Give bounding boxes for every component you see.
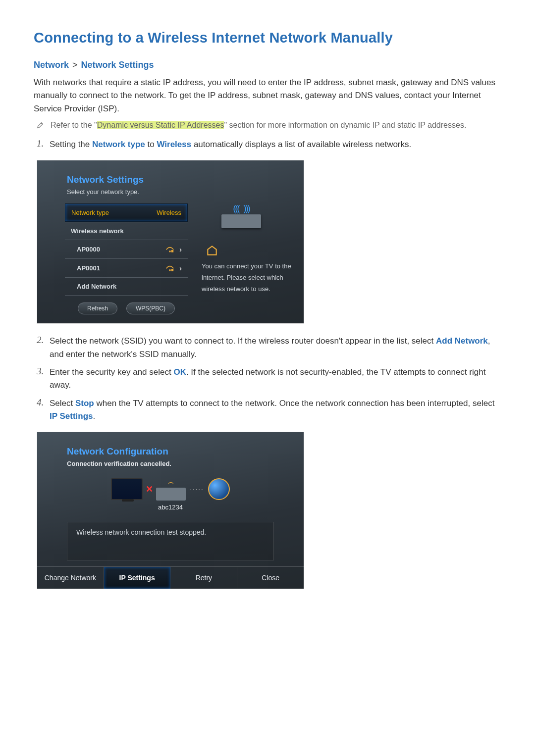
globe-icon (208, 478, 230, 500)
chevron-right-icon: › (179, 264, 182, 272)
svg-rect-3 (171, 269, 173, 271)
kw-stop: Stop (75, 399, 94, 408)
ip-settings-button[interactable]: IP Settings (104, 567, 171, 589)
network-type-label: Network type (71, 209, 109, 216)
breadcrumb-b[interactable]: Network Settings (81, 60, 154, 70)
svg-point-2 (169, 269, 171, 271)
step-4: 4. Select Stop when the TV attempts to c… (37, 397, 501, 423)
wps-pbc-button[interactable]: WPS(PBC) (126, 302, 175, 314)
page-title: Connecting to a Wireless Internet Networ… (34, 30, 501, 46)
network-type-value: Wireless (157, 209, 181, 216)
kw-wireless: Wireless (157, 140, 191, 149)
wireless-network-header: Wireless network (65, 222, 188, 240)
step-3: 3. Enter the security key and select OK.… (37, 366, 501, 392)
svg-point-0 (169, 251, 171, 252)
router-icon (221, 214, 261, 228)
panel2-subtitle: Connection verification cancelled. (67, 460, 274, 467)
panel1-side-text: You can connect your TV to the internet.… (202, 261, 296, 295)
svg-rect-1 (171, 250, 173, 252)
router-icon: ⌢ (156, 477, 186, 501)
kw-ok: OK (173, 367, 186, 377)
note-text: Refer to the "Dynamic versus Static IP A… (51, 119, 466, 131)
panel2-footer: Change Network IP Settings Retry Close (37, 566, 304, 589)
pencil-icon (37, 121, 44, 128)
step-1: 1. Setting the Network type to Wireless … (37, 138, 501, 151)
network-configuration-panel: Network Configuration Connection verific… (37, 432, 304, 589)
status-message: Wireless network connection test stopped… (67, 522, 274, 560)
chevron-right-icon: › (179, 245, 182, 253)
network-item-ap0001[interactable]: AP0001 › (65, 258, 188, 277)
panel1-subtitle: Select your network type. (67, 188, 274, 196)
step-number: 3. (37, 366, 50, 377)
kw-network-type: Network type (92, 140, 145, 149)
tv-icon (111, 478, 143, 500)
panel1-title: Network Settings (67, 174, 274, 185)
refresh-button[interactable]: Refresh (78, 302, 117, 314)
step-number: 4. (37, 397, 50, 408)
wifi-lock-icon (165, 265, 174, 272)
device-icon (206, 244, 218, 260)
wifi-waves-icon: ((( ))) (233, 203, 250, 214)
connection-illustration: ((( ))) (202, 205, 281, 260)
close-button[interactable]: Close (237, 567, 304, 589)
step-number: 1. (37, 138, 50, 149)
breadcrumb-sep: > (72, 60, 78, 70)
note-highlight: Dynamic versus Static IP Addresses (97, 121, 224, 129)
network-settings-panel: Network Settings Select your network typ… (37, 160, 304, 324)
step-number: 2. (37, 335, 50, 346)
step-2: 2. Select the network (SSID) you want to… (37, 335, 501, 361)
panel2-title: Network Configuration (67, 446, 274, 457)
disconnected-icon: ✕ (146, 484, 153, 495)
network-type-row[interactable]: Network type Wireless (65, 203, 188, 222)
intro-text: With networks that require a static IP a… (34, 76, 501, 115)
retry-button[interactable]: Retry (171, 567, 238, 589)
breadcrumb-a[interactable]: Network (34, 60, 69, 70)
network-item-ap0000[interactable]: AP0000 › (65, 240, 188, 258)
kw-ip-settings: IP Settings (50, 411, 93, 421)
note-row: Refer to the "Dynamic versus Static IP A… (37, 119, 501, 131)
dots-icon: ····· (190, 485, 204, 493)
change-network-button[interactable]: Change Network (37, 567, 104, 589)
breadcrumb: Network > Network Settings (34, 60, 501, 70)
kw-add-network: Add Network (436, 336, 488, 346)
connection-diagram: ✕ ⌢ ····· (37, 477, 304, 501)
wifi-lock-icon (165, 246, 174, 253)
ssid-label: abc1234 (37, 504, 304, 511)
add-network-row[interactable]: Add Network (65, 277, 188, 296)
